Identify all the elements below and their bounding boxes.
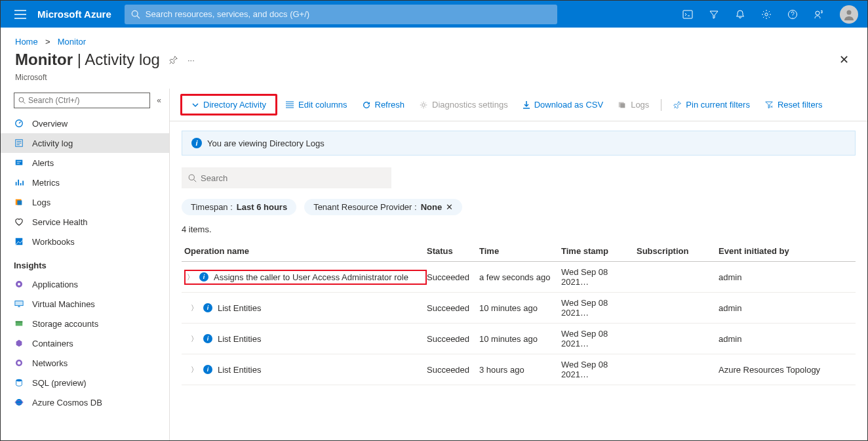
filter-tenant[interactable]: Tenant Resource Provider : None ✕ [304, 199, 462, 215]
settings-button[interactable] [753, 1, 779, 28]
sidebar-scroll[interactable]: Overview Activity log Alerts Metrics Log… [1, 114, 169, 441]
pin-button[interactable] [169, 55, 178, 64]
directory-activity-button[interactable]: Directory Activity [185, 97, 273, 112]
download-icon [523, 100, 530, 110]
col-subscription[interactable]: Subscription [637, 246, 719, 256]
table-row[interactable]: 〉 i Assigns the caller to User Access Ad… [182, 262, 856, 293]
sidebar-item-alerts[interactable]: Alerts [1, 153, 169, 173]
cell-status: Succeeded [427, 365, 479, 375]
sidebar-search[interactable] [14, 93, 150, 108]
sidebar-item-storage-accounts[interactable]: Storage accounts [1, 314, 169, 333]
search-icon [18, 96, 26, 104]
breadcrumb-home[interactable]: Home [15, 37, 38, 47]
toolbar: Directory Activity Edit columns Refresh … [170, 89, 867, 121]
breadcrumb-separator: > [40, 37, 55, 47]
user-avatar[interactable] [840, 5, 858, 24]
sidebar-item-networks[interactable]: Networks [1, 353, 169, 373]
table-row[interactable]: 〉 i List Entities Succeeded 10 minutes a… [182, 324, 856, 354]
reset-filters-button[interactable]: Reset filters [758, 97, 829, 112]
refresh-button[interactable]: Refresh [355, 97, 412, 112]
diagnostics-button[interactable]: Diagnostics settings [412, 97, 515, 112]
svg-point-7 [19, 98, 24, 102]
sidebar-item-sql[interactable]: SQL (preview) [1, 373, 169, 392]
logs-button[interactable]: Logs [611, 97, 656, 112]
pin-icon [169, 55, 178, 64]
pin-filters-button[interactable]: Pin current filters [667, 97, 757, 112]
sidebar-item-applications[interactable]: Applications [1, 274, 169, 294]
cloud-shell-button[interactable] [675, 1, 701, 28]
hamburger-menu-button[interactable] [6, 10, 35, 19]
col-initiated[interactable]: Event initiated by [719, 246, 830, 256]
collapse-sidebar-button[interactable]: « [157, 96, 161, 105]
info-icon: i [199, 272, 208, 282]
breadcrumb-monitor[interactable]: Monitor [58, 37, 86, 47]
sidebar-item-cosmos-db[interactable]: Azure Cosmos DB [1, 392, 169, 412]
info-icon: i [203, 303, 212, 312]
operation-cell: 〉 i List Entities [184, 334, 427, 344]
page-title-sub: Activity log [85, 51, 160, 68]
edit-columns-button[interactable]: Edit columns [279, 97, 353, 112]
col-status[interactable]: Status [427, 246, 479, 256]
cell-time: 10 minutes ago [479, 303, 561, 313]
svg-point-22 [16, 379, 22, 382]
col-timestamp[interactable]: Time stamp [561, 246, 637, 256]
download-csv-button[interactable]: Download as CSV [516, 97, 610, 112]
sidebar-item-label: Alerts [32, 158, 54, 168]
refresh-icon [362, 100, 371, 110]
expand-row-button[interactable]: 〉 [191, 365, 198, 375]
sidebar-item-service-health[interactable]: Service Health [1, 212, 169, 232]
reset-filter-icon [764, 100, 774, 109]
sidebar-item-activity-log[interactable]: Activity log [1, 133, 169, 153]
svg-rect-27 [621, 103, 625, 108]
col-operation[interactable]: Operation name [184, 246, 427, 256]
svg-point-5 [816, 11, 819, 15]
page-org: Microsoft [1, 73, 867, 89]
sidebar-item-workbooks[interactable]: Workbooks [1, 232, 169, 251]
svg-point-16 [18, 283, 20, 285]
feedback-icon [814, 9, 824, 20]
sidebar-item-metrics[interactable]: Metrics [1, 173, 169, 192]
workbooks-icon [14, 236, 24, 247]
directories-button[interactable] [701, 1, 727, 28]
page-title: Monitor | Activity log [15, 51, 160, 69]
log-search-input[interactable] [201, 173, 385, 183]
expand-row-button[interactable]: 〉 [191, 334, 198, 344]
sidebar-item-overview[interactable]: Overview [1, 114, 169, 133]
sidebar-item-containers[interactable]: Containers [1, 333, 169, 353]
help-button[interactable] [779, 1, 806, 28]
table-row[interactable]: 〉 i List Entities Succeeded 3 hours ago … [182, 354, 856, 385]
feedback-button[interactable] [806, 1, 832, 28]
table-header: Operation name Status Time Time stamp Su… [182, 241, 856, 262]
page-title-sep: | [73, 51, 85, 68]
more-button[interactable]: ··· [187, 55, 195, 65]
filter-timespan[interactable]: Timespan : Last 6 hours [182, 199, 296, 215]
sidebar-search-input[interactable] [28, 96, 146, 105]
svg-point-0 [132, 10, 138, 16]
sidebar-item-label: Azure Cosmos DB [32, 398, 102, 408]
global-search[interactable] [125, 5, 557, 24]
expand-row-button[interactable]: 〉 [187, 272, 194, 282]
svg-rect-17 [15, 301, 23, 306]
sidebar-item-logs[interactable]: Logs [1, 192, 169, 212]
log-search[interactable] [182, 167, 391, 188]
svg-rect-19 [16, 322, 23, 323]
sidebar-item-label: Metrics [32, 178, 60, 188]
sql-icon [14, 377, 24, 388]
activity-table: Operation name Status Time Time stamp Su… [182, 241, 856, 385]
table-row[interactable]: 〉 i List Entities Succeeded 10 minutes a… [182, 293, 856, 324]
page-header: Monitor | Activity log ··· ✕ [1, 51, 867, 73]
notifications-button[interactable] [727, 1, 753, 28]
svg-point-21 [18, 362, 21, 365]
global-search-input[interactable] [146, 9, 551, 19]
remove-filter-button[interactable]: ✕ [446, 202, 453, 212]
filter-pills: Timespan : Last 6 hours Tenant Resource … [182, 199, 856, 215]
breadcrumb: Home > Monitor [1, 28, 867, 51]
metrics-icon [14, 177, 24, 188]
col-time[interactable]: Time [479, 246, 561, 256]
cell-timestamp: Wed Sep 08 2021… [561, 360, 637, 379]
page-title-main: Monitor [15, 51, 73, 68]
expand-row-button[interactable]: 〉 [191, 303, 198, 313]
close-button[interactable]: ✕ [839, 52, 853, 67]
sidebar-item-virtual-machines[interactable]: Virtual Machines [1, 294, 169, 314]
brand-label[interactable]: Microsoft Azure [35, 9, 122, 20]
